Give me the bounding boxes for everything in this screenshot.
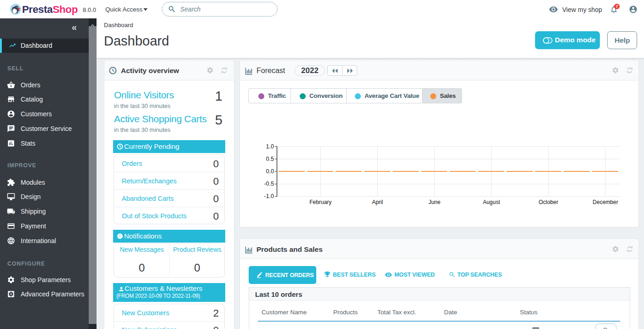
svg-text:February: February [309, 199, 331, 205]
svg-text:October: October [539, 199, 559, 205]
svg-text:June: June [428, 199, 440, 205]
svg-text:0.0: 0.0 [266, 168, 274, 175]
svg-text:August: August [483, 199, 500, 205]
svg-text:December: December [593, 199, 618, 205]
svg-text:April: April [372, 199, 383, 205]
svg-text:-0.5: -0.5 [264, 181, 274, 187]
svg-text:0.5: 0.5 [266, 156, 274, 162]
svg-text:1.0: 1.0 [266, 143, 274, 150]
svg-text:-1.0: -1.0 [264, 193, 274, 199]
